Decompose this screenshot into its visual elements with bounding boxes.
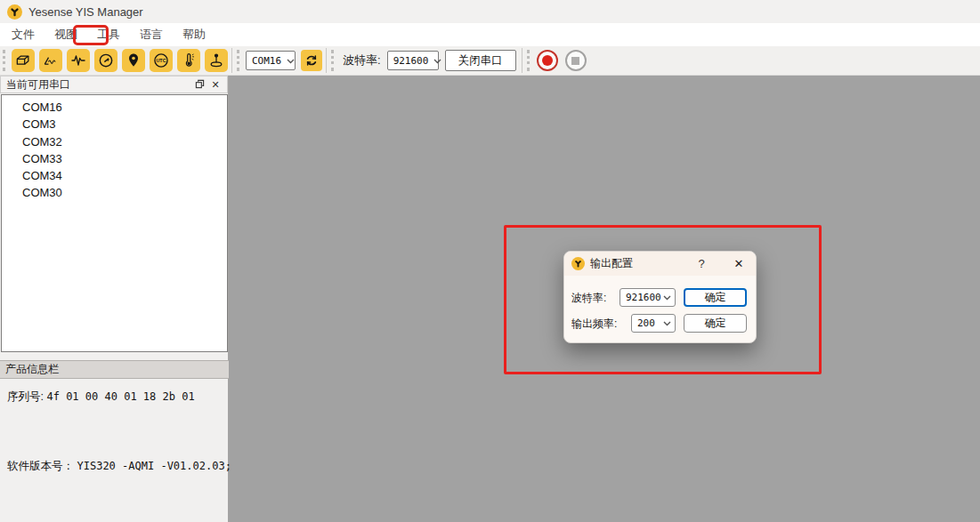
serial-port-dock: 当前可用串口 ✕ COM16 COM3 COM32 COM33 COM34 CO… <box>0 76 229 522</box>
list-item[interactable]: COM34 <box>2 167 227 184</box>
product-info-title: 产品信息栏 <box>5 362 59 377</box>
app-window: Yesense YIS Manager 文件 视图 工具 语言 帮助 <box>0 0 980 522</box>
software-version-value: YIS320 -AQMI -V01.02.03; <box>77 460 231 472</box>
toolbar: UTC COM16 <box>0 46 980 76</box>
app-logo-icon <box>7 4 22 20</box>
waveform-plot-button[interactable] <box>67 49 90 72</box>
record-button[interactable] <box>537 50 558 71</box>
utc-clock-icon: UTC <box>152 52 170 69</box>
dialog-baud-select[interactable]: 921600 <box>620 288 676 307</box>
title-bar: Yesense YIS Manager <box>0 0 980 23</box>
temperature-button[interactable] <box>177 49 200 72</box>
refresh-ports-button[interactable] <box>301 50 322 71</box>
menu-file[interactable]: 文件 <box>2 24 45 45</box>
com-port-value: COM16 <box>252 55 281 67</box>
dialog-app-icon <box>571 257 585 270</box>
dialog-freq-value: 200 <box>637 317 655 329</box>
toolbar-separator <box>231 48 232 73</box>
gauge-icon <box>97 52 115 69</box>
gauge-button[interactable] <box>94 49 117 72</box>
baud-rate-select[interactable]: 921600 <box>387 51 439 70</box>
stop-icon <box>571 57 579 65</box>
close-panel-button[interactable]: ✕ <box>207 77 223 92</box>
cube-3d-icon <box>14 52 32 69</box>
menu-view[interactable]: 视图 <box>45 24 87 45</box>
toolbar-separator <box>522 48 522 73</box>
baud-rate-value: 921600 <box>393 55 429 67</box>
serial-number-line: 序列号: 4f 01 00 40 01 18 2b 01 <box>7 389 195 405</box>
list-item[interactable]: COM16 <box>2 99 227 116</box>
angle-wave-icon <box>42 52 60 69</box>
com-port-select[interactable]: COM16 <box>246 51 296 70</box>
toolbar-drag-handle[interactable] <box>527 50 530 71</box>
toolbar-drag-handle[interactable] <box>3 50 6 71</box>
dock-header: 当前可用串口 ✕ <box>0 76 228 93</box>
freq-confirm-button[interactable]: 确定 <box>684 314 747 333</box>
dialog-baud-label: 波特率: <box>571 291 606 306</box>
waveform-icon <box>69 52 87 69</box>
menu-tools[interactable]: 工具 <box>87 24 130 45</box>
list-item[interactable]: COM33 <box>2 150 227 167</box>
menu-bar: 文件 视图 工具 语言 帮助 <box>0 23 980 46</box>
dialog-close-button[interactable]: ✕ <box>729 255 749 271</box>
dialog-freq-select[interactable]: 200 <box>631 314 676 333</box>
close-icon: ✕ <box>211 79 219 91</box>
software-version-line: 软件版本号： YIS320 -AQMI -V01.02.03; <box>7 459 231 474</box>
location-button[interactable] <box>122 49 145 72</box>
chevron-down-icon <box>663 317 671 329</box>
software-version-label: 软件版本号： <box>7 460 74 472</box>
record-icon <box>542 55 553 66</box>
probe-button[interactable] <box>205 49 228 72</box>
dialog-baud-value: 921600 <box>626 292 661 303</box>
available-ports-list: COM16 COM3 COM32 COM33 COM34 COM30 <box>1 94 228 352</box>
output-config-dialog: 输出配置 ? ✕ 波特率: 921600 确定 输出频率: 200 确定 <box>563 251 757 343</box>
toolbar-drag-handle[interactable] <box>237 50 240 71</box>
3d-view-button[interactable] <box>12 49 35 72</box>
chevron-down-icon <box>433 55 441 67</box>
toolbar-drag-handle[interactable] <box>331 50 335 71</box>
menu-help[interactable]: 帮助 <box>173 24 215 45</box>
refresh-ports-icon <box>304 53 319 68</box>
thermometer-icon <box>180 52 198 69</box>
svg-text:UTC: UTC <box>156 58 166 63</box>
location-pin-icon <box>125 52 142 69</box>
dialog-title: 输出配置 <box>590 256 749 271</box>
list-item[interactable]: COM30 <box>2 184 227 201</box>
utc-time-button[interactable]: UTC <box>150 49 173 72</box>
menu-language[interactable]: 语言 <box>130 24 173 45</box>
toolbar-separator <box>326 48 327 73</box>
dialog-title-bar: 输出配置 <box>564 252 756 276</box>
list-item[interactable]: COM3 <box>2 116 227 133</box>
close-serial-port-button[interactable]: 关闭串口 <box>445 50 516 71</box>
float-window-icon <box>195 76 205 92</box>
angle-plot-button[interactable] <box>39 49 62 72</box>
stop-button[interactable] <box>565 50 587 71</box>
window-title: Yesense YIS Manager <box>28 5 143 19</box>
pressure-probe-icon <box>207 52 225 69</box>
list-item[interactable]: COM32 <box>2 133 227 150</box>
product-info-header: 产品信息栏 <box>0 360 229 379</box>
baud-rate-label: 波特率: <box>343 52 381 68</box>
product-info-body: 序列号: 4f 01 00 40 01 18 2b 01 软件版本号： YIS3… <box>0 379 228 522</box>
baud-confirm-button[interactable]: 确定 <box>684 288 747 307</box>
serial-number-value: 4f 01 00 40 01 18 2b 01 <box>46 390 194 403</box>
chevron-down-icon <box>287 55 295 67</box>
dialog-help-button[interactable]: ? <box>693 255 709 271</box>
dock-title: 当前可用串口 <box>6 77 191 92</box>
float-panel-button[interactable] <box>191 77 207 92</box>
serial-number-label: 序列号: <box>7 390 44 403</box>
chevron-down-icon <box>663 292 671 303</box>
dialog-freq-label: 输出频率: <box>571 317 617 332</box>
